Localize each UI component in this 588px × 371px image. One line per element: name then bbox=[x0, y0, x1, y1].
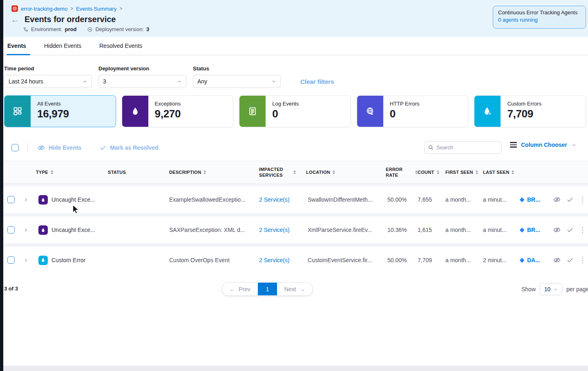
deployment-version-icon bbox=[87, 27, 93, 32]
card-log-events[interactable]: Log Events 0 bbox=[239, 95, 351, 127]
column-header-count[interactable]: COUNT bbox=[418, 169, 445, 175]
card-exceptions[interactable]: Exceptions 9,270 bbox=[122, 95, 234, 127]
tabs-bar: Events Hidden Events Resolved Events bbox=[0, 37, 588, 55]
card-custom-errors[interactable]: Custom Errors 7,709 bbox=[474, 95, 586, 127]
column-header-first-seen[interactable]: FIRST SEEN bbox=[445, 169, 483, 175]
expand-chevron-icon[interactable] bbox=[24, 258, 36, 263]
card-http-errors[interactable]: HTTP Errors 0 bbox=[357, 95, 469, 127]
sort-icon[interactable] bbox=[51, 170, 53, 175]
row-actions: ⋮ bbox=[550, 226, 588, 234]
hide-event-icon[interactable] bbox=[553, 226, 561, 234]
search-input[interactable] bbox=[436, 144, 494, 151]
breadcrumb-separator: > bbox=[70, 6, 73, 11]
impacted-services-link[interactable]: 2 Service(s) bbox=[259, 196, 306, 203]
page-number-button[interactable]: 1 bbox=[258, 283, 277, 295]
description-cell: ExampleSwallowedExceptio... bbox=[169, 196, 259, 203]
ticket-link[interactable]: BR... bbox=[519, 227, 550, 233]
table-row[interactable]: Uncaught Exce... ExampleSwallowedExcepti… bbox=[3, 186, 588, 213]
filters-row: Time period Last 24 hours Deployment ver… bbox=[4, 65, 334, 88]
card-label: Custom Errors bbox=[507, 101, 541, 107]
column-chooser-button[interactable]: Column Chooser bbox=[510, 142, 577, 148]
location-cell: XmlParseService.fireEv... bbox=[306, 227, 386, 233]
tab-hidden-events[interactable]: Hidden Events bbox=[44, 37, 81, 55]
time-period-label: Time period bbox=[4, 65, 92, 72]
per-page-label: per page bbox=[566, 286, 588, 292]
prev-page-button[interactable]: ← Prev bbox=[222, 283, 258, 295]
resolve-event-icon[interactable] bbox=[566, 226, 574, 234]
chevron-down-icon bbox=[571, 142, 577, 148]
row-checkbox[interactable] bbox=[7, 256, 15, 264]
column-header-error-rate[interactable]: ERROR RATE bbox=[386, 166, 418, 178]
breadcrumb-section-link[interactable]: Events Summary bbox=[76, 6, 116, 12]
column-header-last-seen[interactable]: LAST SEEN bbox=[483, 169, 519, 175]
sort-icon[interactable] bbox=[203, 170, 206, 175]
time-period-select[interactable]: Last 24 hours bbox=[4, 75, 92, 88]
resolve-event-icon[interactable] bbox=[566, 196, 574, 203]
expand-chevron-icon[interactable] bbox=[24, 198, 36, 202]
card-value: 9,270 bbox=[155, 108, 181, 120]
mark-resolved-button[interactable]: Mark as Resolved bbox=[99, 144, 158, 151]
exception-flame-icon bbox=[38, 225, 48, 235]
sort-icon[interactable] bbox=[333, 170, 335, 175]
column-header-impacted-services[interactable]: IMPACTED SERVICES bbox=[259, 166, 306, 178]
back-arrow-icon[interactable]: ← bbox=[11, 15, 20, 24]
row-menu-icon[interactable]: ⋮ bbox=[579, 227, 586, 234]
custom-error-icon bbox=[38, 256, 48, 265]
ticket-link[interactable]: BR... bbox=[519, 196, 550, 203]
error-rate-cell: 50.00% bbox=[386, 196, 418, 203]
card-value: 16,979 bbox=[37, 108, 69, 120]
page-size-select[interactable]: 10 bbox=[540, 283, 562, 295]
column-header-status: STATUS bbox=[108, 169, 169, 175]
table-row[interactable]: Custom Error Custom OverOps Event 2 Serv… bbox=[3, 247, 588, 274]
sort-icon[interactable] bbox=[437, 170, 439, 175]
status-label: Status bbox=[193, 65, 281, 72]
expand-chevron-icon[interactable] bbox=[24, 228, 36, 232]
pagination: ← Prev 1 Next → bbox=[222, 282, 313, 296]
bottom-edge-band bbox=[0, 366, 588, 371]
page-header: error-tracking-demo > Events Summary > ←… bbox=[0, 0, 588, 37]
exception-flame-icon bbox=[38, 195, 48, 205]
card-value: 0 bbox=[390, 108, 420, 120]
count-cell: 7,709 bbox=[418, 257, 445, 263]
select-all-checkbox[interactable] bbox=[11, 144, 19, 151]
search-box bbox=[424, 141, 502, 154]
hide-event-icon[interactable] bbox=[553, 196, 561, 204]
impacted-services-link[interactable]: 2 Service(s) bbox=[259, 227, 306, 233]
agents-running-link[interactable]: 0 agents running bbox=[498, 17, 581, 23]
row-checkbox[interactable] bbox=[7, 196, 15, 203]
eye-slash-icon bbox=[37, 144, 45, 152]
deployment-version-select[interactable]: 3 bbox=[98, 75, 186, 88]
sort-icon[interactable] bbox=[476, 170, 478, 175]
card-label: Log Events bbox=[272, 101, 299, 107]
clear-filters-button[interactable]: Clear filters bbox=[300, 78, 334, 85]
row-menu-icon[interactable]: ⋮ bbox=[579, 257, 586, 264]
next-page-button[interactable]: Next → bbox=[277, 283, 313, 295]
status-select[interactable]: Any bbox=[193, 75, 281, 88]
first-seen-cell: a month... bbox=[445, 227, 483, 233]
table-row[interactable]: Uncaught Exce... SAXParseException: XML … bbox=[3, 216, 588, 243]
tab-events[interactable]: Events bbox=[7, 37, 26, 55]
hide-event-icon[interactable] bbox=[553, 256, 561, 264]
jira-diamond-icon bbox=[519, 257, 525, 263]
column-header-location[interactable]: LOCATION bbox=[306, 169, 386, 175]
environment-meta: Environment:prod bbox=[23, 26, 76, 32]
column-header-description[interactable]: DESCRIPTION bbox=[169, 169, 259, 175]
agents-box-title: Continuous Error Tracking Agents bbox=[498, 9, 581, 16]
row-checkbox[interactable] bbox=[7, 226, 15, 234]
impacted-services-link[interactable]: 2 Service(s) bbox=[259, 257, 306, 263]
last-seen-cell: 2 minut... bbox=[483, 257, 519, 263]
card-all-events[interactable]: All Events 16,979 bbox=[4, 95, 116, 127]
deployment-meta: Deployment version:3 bbox=[87, 26, 149, 32]
left-arrow-icon: ← bbox=[230, 286, 235, 292]
row-menu-icon[interactable]: ⋮ bbox=[579, 196, 586, 203]
ticket-link[interactable]: DA... bbox=[519, 257, 550, 263]
flame-icon bbox=[122, 96, 148, 127]
sort-icon[interactable] bbox=[293, 170, 296, 175]
breadcrumb-project-link[interactable]: error-tracking-demo bbox=[21, 6, 67, 12]
column-header-type[interactable]: TYPE bbox=[36, 169, 108, 175]
tab-resolved-events[interactable]: Resolved Events bbox=[99, 37, 142, 55]
hide-events-button[interactable]: Hide Events bbox=[37, 144, 81, 152]
sort-icon[interactable] bbox=[512, 170, 514, 175]
resolve-event-icon[interactable] bbox=[566, 256, 574, 264]
bulk-actions-toolbar: Hide Events Mark as Resolved Column Choo… bbox=[0, 140, 588, 155]
